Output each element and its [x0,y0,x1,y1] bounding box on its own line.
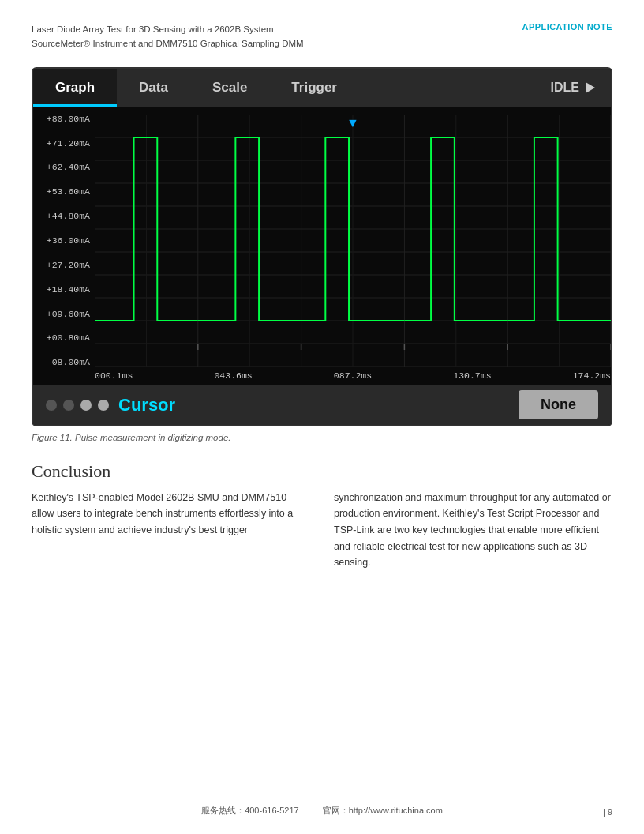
dot-2 [63,400,74,411]
x-axis: 000.1ms043.6ms087.2ms130.7ms174.2ms [33,367,611,385]
bottom-bar: Cursor None [33,385,611,425]
instrument-display: Graph Data Scale Trigger IDLE +80.00mA+7… [32,67,612,426]
none-button[interactable]: None [519,390,598,419]
x-axis-label: 087.2ms [334,370,372,381]
y-axis-label: +36.00mA [39,236,90,246]
y-axis-label: +18.40mA [39,285,90,295]
figure-caption: Figure 11. Pulse measurement in digitizi… [32,433,612,442]
x-axis-label: 000.1ms [95,370,133,381]
footer-phone: 服务热线：400-616-5217 [201,805,299,817]
y-axis-label: +71.20mA [39,139,90,148]
y-axis-label: +53.60mA [39,187,90,197]
tab-trigger[interactable]: Trigger [269,69,359,107]
y-axis-label: +09.60mA [39,310,90,319]
graph-area: +80.00mA+71.20mA+62.40mA+53.60mA+44.80mA… [33,107,611,385]
y-axis-label: +00.80mA [39,333,90,343]
conclusion-heading: Conclusion [32,461,310,482]
conclusion-left-text: Keithley's TSP-enabled Model 2602B SMU a… [32,490,310,539]
conclusion-left: Conclusion Keithley's TSP-enabled Model … [32,461,310,571]
page-header: Laser Diode Array Test for 3D Sensing wi… [0,0,644,59]
chart-svg [95,115,611,367]
content-area: Graph Data Scale Trigger IDLE +80.00mA+7… [0,59,644,587]
y-axis: +80.00mA+71.20mA+62.40mA+53.60mA+44.80mA… [33,115,95,367]
position-indicator: ▼ [346,116,359,130]
y-axis-label: +62.40mA [39,163,90,172]
x-axis-label: 174.2ms [573,370,611,381]
cursor-label: Cursor [118,395,175,415]
conclusion-section: Conclusion Keithley's TSP-enabled Model … [32,461,612,571]
y-axis-label: +27.20mA [39,261,90,270]
idle-indicator: IDLE [535,69,611,107]
y-axis-label: -08.00mA [39,358,90,367]
conclusion-right-text: synchronization and maximum throughput f… [334,490,612,571]
page-footer: 服务热线：400-616-5217 官网：http://www.rituchin… [0,805,644,817]
dot-3 [80,400,92,411]
header-text: Laser Diode Array Test for 3D Sensing wi… [32,22,304,51]
graph-inner: +80.00mA+71.20mA+62.40mA+53.60mA+44.80mA… [33,115,611,367]
dot-1 [46,400,57,411]
tab-bar: Graph Data Scale Trigger IDLE [33,69,611,107]
footer-website: 官网：http://www.rituchina.com [323,805,443,817]
footer-page-number: | 9 [603,807,612,817]
idle-arrow-icon [586,82,595,93]
x-axis-label: 043.6ms [214,370,252,381]
chart-wrapper: ▼ [95,115,611,367]
cursor-dots [46,400,109,411]
y-axis-label: +80.00mA [39,115,90,124]
dot-4 [98,400,109,411]
y-axis-label: +44.80mA [39,212,90,221]
tab-scale[interactable]: Scale [190,69,269,107]
app-note-badge: APPLICATION NOTE [522,22,612,32]
x-axis-label: 130.7ms [453,370,491,381]
conclusion-right: synchronization and maximum throughput f… [334,461,612,571]
tab-data[interactable]: Data [117,69,190,107]
tab-graph[interactable]: Graph [33,69,117,107]
